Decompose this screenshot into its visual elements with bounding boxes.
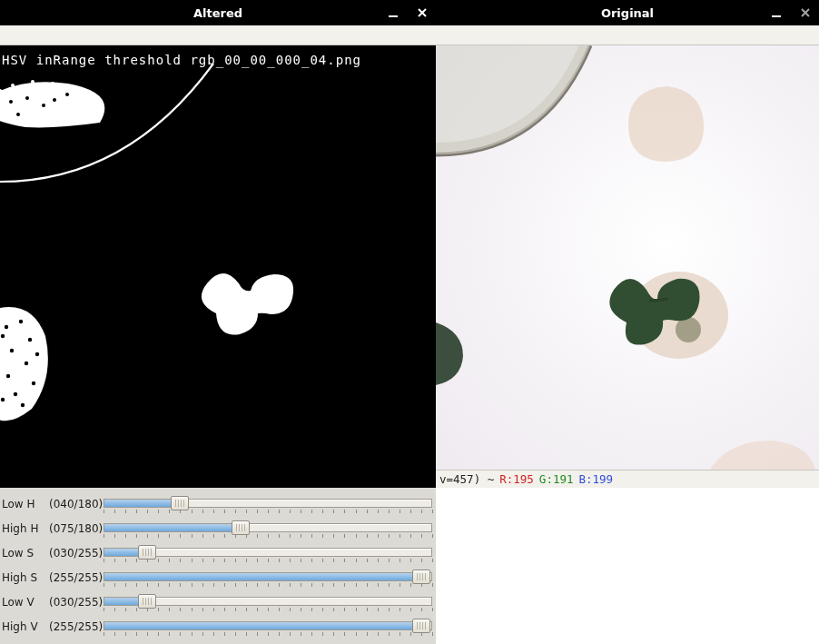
slider-values: (255/255) bbox=[49, 620, 102, 633]
dish-edge bbox=[436, 45, 617, 182]
status-g: G:191 bbox=[539, 472, 574, 486]
slider-row-high-v: High V (255/255) bbox=[2, 614, 434, 639]
menubar-placeholder bbox=[0, 25, 436, 45]
slider-high-s[interactable] bbox=[102, 568, 434, 588]
sliders-panel: Low H (040/180) High H (075/180) Low S (… bbox=[0, 488, 436, 642]
svg-rect-25 bbox=[772, 15, 781, 17]
slider-low-v[interactable] bbox=[102, 592, 434, 612]
status-bar: v=457) ~ R:195 G:191 B:199 bbox=[436, 470, 819, 488]
menubar-placeholder bbox=[436, 25, 819, 45]
svg-point-22 bbox=[35, 352, 39, 356]
svg-point-20 bbox=[14, 392, 17, 396]
mask-blob bbox=[0, 300, 68, 436]
slider-label: High S bbox=[2, 571, 49, 584]
titlebar-original[interactable]: Original bbox=[436, 0, 819, 25]
altered-image: HSV inRange threshold rgb_00_00_000_04.p… bbox=[0, 45, 436, 488]
svg-point-27 bbox=[676, 317, 701, 342]
slider-high-h[interactable] bbox=[102, 519, 434, 539]
svg-point-18 bbox=[6, 374, 10, 378]
seedling bbox=[599, 259, 735, 368]
minimize-icon[interactable] bbox=[385, 5, 401, 21]
status-b: B:199 bbox=[579, 472, 614, 486]
status-r: R:195 bbox=[499, 472, 534, 486]
slider-low-h[interactable] bbox=[102, 494, 434, 514]
slider-values: (255/255) bbox=[49, 571, 102, 584]
window-controls bbox=[385, 0, 430, 25]
svg-rect-0 bbox=[389, 15, 398, 17]
slider-row-high-s: High S (255/255) bbox=[2, 565, 434, 590]
mask-blob-main bbox=[198, 263, 307, 345]
pale-blob bbox=[617, 82, 717, 168]
original-image: v=457) ~ R:195 G:191 B:199 bbox=[436, 45, 819, 488]
blank-area bbox=[436, 488, 819, 644]
window-original: Original bbox=[436, 0, 819, 644]
svg-point-17 bbox=[25, 362, 28, 365]
window-title: Original bbox=[436, 6, 819, 20]
dark-blob bbox=[436, 318, 467, 391]
mask-arc bbox=[0, 64, 236, 218]
svg-point-14 bbox=[19, 320, 23, 323]
close-icon[interactable] bbox=[414, 5, 430, 21]
svg-point-23 bbox=[1, 334, 5, 338]
slider-row-low-s: Low S (030/255) bbox=[2, 540, 434, 565]
svg-point-19 bbox=[32, 381, 35, 385]
close-icon[interactable] bbox=[797, 5, 814, 21]
slider-row-high-h: High H (075/180) bbox=[2, 516, 434, 540]
window-controls bbox=[768, 0, 814, 25]
slider-values: (075/180) bbox=[49, 522, 102, 535]
slider-label: High V bbox=[2, 620, 49, 633]
slider-high-v[interactable] bbox=[102, 617, 434, 637]
slider-row-low-v: Low V (030/255) bbox=[2, 590, 434, 614]
slider-label: Low H bbox=[2, 498, 49, 510]
slider-values: (030/255) bbox=[49, 596, 102, 609]
svg-point-21 bbox=[1, 398, 5, 401]
slider-low-s[interactable] bbox=[102, 543, 434, 563]
svg-point-16 bbox=[10, 349, 14, 352]
slider-label: High H bbox=[2, 522, 49, 535]
slider-values: (030/255) bbox=[49, 547, 102, 560]
minimize-icon[interactable] bbox=[768, 5, 784, 21]
window-altered: Altered HSV inRange threshold rgb_00_00_… bbox=[0, 0, 436, 644]
svg-point-13 bbox=[5, 325, 8, 329]
slider-values: (040/180) bbox=[49, 498, 102, 510]
status-coord: v=457) ~ bbox=[439, 472, 494, 486]
titlebar-altered[interactable]: Altered bbox=[0, 0, 436, 25]
window-title: Altered bbox=[0, 6, 436, 20]
svg-point-24 bbox=[21, 403, 25, 407]
slider-label: Low V bbox=[2, 596, 49, 609]
slider-label: Low S bbox=[2, 547, 49, 560]
svg-point-15 bbox=[28, 338, 32, 342]
slider-row-low-h: Low H (040/180) bbox=[2, 491, 434, 516]
